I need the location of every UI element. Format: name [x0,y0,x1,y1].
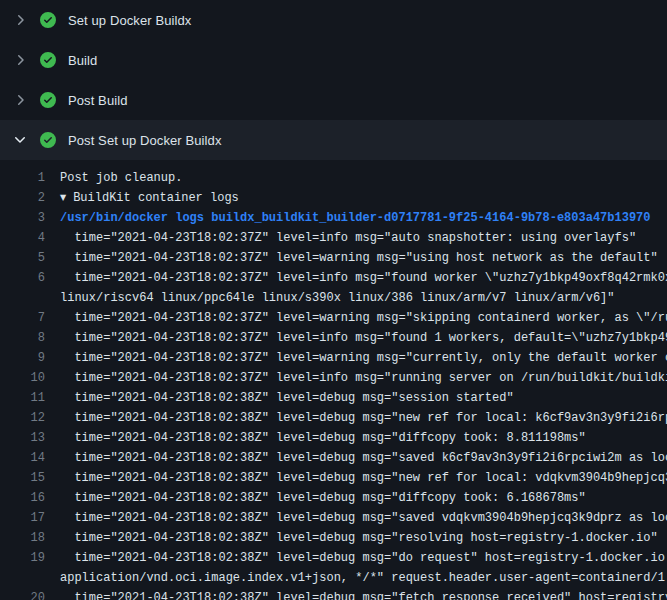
log-text: ▼BuildKit container logs [60,188,239,208]
chevron-right-icon [12,52,28,68]
log-line: 14 time="2021-04-23T18:02:38Z" level=deb… [0,448,667,468]
log-line: 5 time="2021-04-23T18:02:37Z" level=warn… [0,248,667,268]
log-line: 18 time="2021-04-23T18:02:38Z" level=deb… [0,528,667,548]
log-text: time="2021-04-23T18:02:38Z" level=debug … [60,388,514,408]
log-line: 12 time="2021-04-23T18:02:38Z" level=deb… [0,408,667,428]
section-log-body: 1 Post job cleanup. 2 ▼BuildKit containe… [0,160,667,600]
step-section: Post Set up Docker Buildx 1 Post job cle… [0,120,667,600]
line-number[interactable]: 8 [0,328,60,348]
log-text: time="2021-04-23T18:02:38Z" level=debug … [60,588,667,600]
log-line: 15 time="2021-04-23T18:02:38Z" level=deb… [0,468,667,488]
log-text: time="2021-04-23T18:02:38Z" level=debug … [60,448,667,468]
log-text: time="2021-04-23T18:02:38Z" level=debug … [60,488,586,508]
line-number[interactable]: 7 [0,308,60,328]
section-header-set-up-docker-buildx[interactable]: Set up Docker Buildx [0,0,667,40]
line-number[interactable]: 20 [0,588,60,600]
log-line: 3 /usr/bin/docker logs buildx_buildkit_b… [0,208,667,228]
group-collapse-icon[interactable]: ▼ [60,188,66,208]
log-text: time="2021-04-23T18:02:37Z" level=info m… [60,368,667,388]
log-text: time="2021-04-23T18:02:38Z" level=debug … [60,428,586,448]
log-line: 9 time="2021-04-23T18:02:37Z" level=warn… [0,348,667,368]
line-number[interactable]: 16 [0,488,60,508]
log-text: /usr/bin/docker logs buildx_buildkit_bui… [60,208,651,228]
section-header-post-set-up-docker-buildx[interactable]: Post Set up Docker Buildx [0,120,667,160]
line-number[interactable]: 15 [0,468,60,488]
log-text: time="2021-04-23T18:02:37Z" level=warnin… [60,248,658,268]
log-line: 13 time="2021-04-23T18:02:38Z" level=deb… [0,428,667,448]
section-label: Build [68,53,97,68]
log-text: time="2021-04-23T18:02:37Z" level=info m… [60,268,667,288]
log-line: 16 time="2021-04-23T18:02:38Z" level=deb… [0,488,667,508]
chevron-down-icon [12,132,28,148]
line-number[interactable]: 19 [0,548,60,568]
log-line: 20 time="2021-04-23T18:02:38Z" level=deb… [0,588,667,600]
group-title: BuildKit container logs [73,191,239,205]
line-number[interactable]: 9 [0,348,60,368]
log-line: 17 time="2021-04-23T18:02:38Z" level=deb… [0,508,667,528]
line-number[interactable]: 4 [0,228,60,248]
line-number[interactable]: 5 [0,248,60,268]
line-number[interactable]: 6 [0,268,60,288]
check-circle-icon [40,132,56,148]
log-text: time="2021-04-23T18:02:38Z" level=debug … [60,468,667,488]
section-label: Post Build [68,93,128,108]
log-line: 11 time="2021-04-23T18:02:38Z" level=deb… [0,388,667,408]
log-line: 4 time="2021-04-23T18:02:37Z" level=info… [0,228,667,248]
section-header-post-build[interactable]: Post Build [0,80,667,120]
step-section: Set up Docker Buildx [0,0,667,40]
actions-log-viewer: Set up Docker Buildx Build Post Build Po… [0,0,667,600]
log-text: time="2021-04-23T18:02:38Z" level=debug … [60,508,667,528]
log-line: 7 time="2021-04-23T18:02:37Z" level=warn… [0,308,667,328]
section-label: Set up Docker Buildx [68,13,191,28]
log-text: time="2021-04-23T18:02:37Z" level=info m… [60,328,667,348]
log-line: 1 Post job cleanup. [0,168,667,188]
line-number[interactable]: 18 [0,528,60,548]
chevron-right-icon [12,92,28,108]
check-circle-icon [40,52,56,68]
log-text: time="2021-04-23T18:02:37Z" level=info m… [60,228,636,248]
chevron-right-icon [12,12,28,28]
log-line: 2 ▼BuildKit container logs [0,188,667,208]
log-line: linux/riscv64 linux/ppc64le linux/s390x … [0,288,667,308]
check-circle-icon [40,92,56,108]
step-section: Post Build [0,80,667,120]
log-text: time="2021-04-23T18:02:37Z" level=warnin… [60,348,667,368]
log-line: 8 time="2021-04-23T18:02:37Z" level=info… [0,328,667,348]
line-number[interactable] [0,568,60,588]
line-number[interactable]: 13 [0,428,60,448]
log-text: application/vnd.oci.image.index.v1+json,… [60,568,667,588]
log-text: linux/riscv64 linux/ppc64le linux/s390x … [60,288,615,308]
line-number[interactable]: 14 [0,448,60,468]
log-line: 6 time="2021-04-23T18:02:37Z" level=info… [0,268,667,288]
log-text: time="2021-04-23T18:02:37Z" level=warnin… [60,308,667,328]
line-number[interactable]: 3 [0,208,60,228]
line-number[interactable]: 2 [0,188,60,208]
log-text: time="2021-04-23T18:02:38Z" level=debug … [60,408,667,428]
step-sections: Set up Docker Buildx Build Post Build Po… [0,0,667,600]
line-number[interactable]: 11 [0,388,60,408]
line-number[interactable]: 17 [0,508,60,528]
step-section: Build [0,40,667,80]
line-number[interactable]: 1 [0,168,60,188]
section-header-build[interactable]: Build [0,40,667,80]
log-line: 10 time="2021-04-23T18:02:37Z" level=inf… [0,368,667,388]
log-text: Post job cleanup. [60,168,182,188]
line-number[interactable] [0,288,60,308]
log-line: 19 time="2021-04-23T18:02:38Z" level=deb… [0,548,667,568]
check-circle-icon [40,12,56,28]
section-label: Post Set up Docker Buildx [68,133,222,148]
log-line: application/vnd.oci.image.index.v1+json,… [0,568,667,588]
line-number[interactable]: 10 [0,368,60,388]
log-text: time="2021-04-23T18:02:38Z" level=debug … [60,548,667,568]
log-text: time="2021-04-23T18:02:38Z" level=debug … [60,528,658,548]
line-number[interactable]: 12 [0,408,60,428]
